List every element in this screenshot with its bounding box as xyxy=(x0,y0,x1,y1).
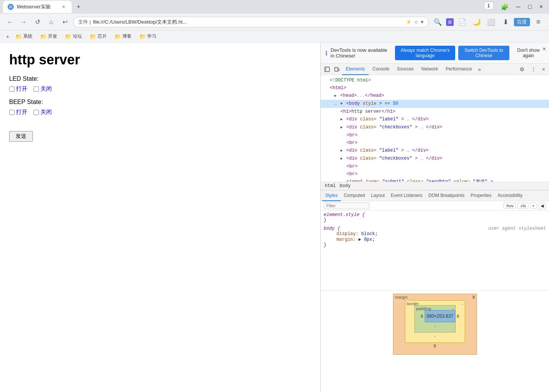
maximize-button[interactable]: □ xyxy=(525,2,535,12)
menu-button[interactable]: ≡ xyxy=(532,16,544,28)
download-button[interactable]: ⬇ xyxy=(499,16,512,28)
dom-br-4[interactable]: <br> xyxy=(321,170,549,178)
led-off-checkbox-label[interactable]: 关闭 xyxy=(34,85,52,93)
svg-rect-3 xyxy=(338,69,339,71)
beep-off-checkbox-label[interactable]: 关闭 xyxy=(34,109,52,116)
styles-tab-accessibility[interactable]: Accessibility xyxy=(494,190,525,201)
margin-label: margin xyxy=(395,295,408,299)
dom-body-selected[interactable]: … ▼ <body style > == $0 xyxy=(321,100,549,108)
tab-elements[interactable]: Elements xyxy=(342,64,369,75)
device-toggle-btn[interactable] xyxy=(332,64,342,75)
back-button[interactable]: ← xyxy=(5,17,15,27)
toggle-sidebar-btn[interactable]: ◀ xyxy=(538,203,546,209)
pdf-button[interactable]: 📄 xyxy=(456,16,468,28)
forward-button[interactable]: → xyxy=(18,17,29,27)
element-style-selector: element.style { xyxy=(324,212,546,218)
devtools-toolbar-right: ⚙ ⋮ × xyxy=(517,64,547,75)
close-button[interactable]: × xyxy=(536,2,546,12)
led-on-checkbox[interactable] xyxy=(9,86,14,92)
led-off-checkbox[interactable] xyxy=(34,86,39,92)
always-match-btn[interactable]: Always match Chrome's language xyxy=(395,46,455,60)
switch-devtools-btn[interactable]: Switch DevTools to Chinese xyxy=(458,46,509,60)
styles-tab-event-listeners[interactable]: Event Listeners xyxy=(388,190,425,201)
bookmark-学习[interactable]: 📁 学习 xyxy=(136,32,159,40)
beep-checkbox-group: 打开 关闭 xyxy=(9,109,311,116)
folder-icon: 📁 xyxy=(15,34,22,40)
bookmark-开发[interactable]: 📁 开发 xyxy=(37,32,60,40)
new-tab-button[interactable]: + xyxy=(73,2,84,12)
history-back-button[interactable]: ↩ xyxy=(59,17,70,27)
dont-show-btn[interactable]: Don't show again xyxy=(512,46,544,60)
reload-button[interactable]: ↺ xyxy=(32,17,43,27)
dom-h1[interactable]: <h1>http server</h1> xyxy=(321,108,549,115)
extensions-btn[interactable]: 🧩 xyxy=(498,2,512,12)
devtools-styles-panel: Styles Computed Layout Event Listeners D… xyxy=(321,190,549,358)
border-bottom-value: - xyxy=(414,333,456,338)
hov-btn[interactable]: :hov xyxy=(503,203,516,209)
tab-network[interactable]: Network xyxy=(417,64,442,75)
search-button[interactable]: 🔍 xyxy=(432,16,444,28)
address-bar: ← → ↺ ⌂ ↩ 文件 | file:///C:/Users/LBW/Desk… xyxy=(0,14,549,30)
led-checkbox-group: 打开 关闭 xyxy=(9,85,311,93)
bookmark-芯片[interactable]: 📁 芯片 xyxy=(87,32,110,40)
more-tabs-btn[interactable]: » xyxy=(476,66,483,72)
svg-rect-0 xyxy=(325,67,329,72)
dom-div-checkboxes-1[interactable]: ▶ <div class= "checkboxes" > … </div> xyxy=(321,123,549,131)
content-box: 580×253.837 xyxy=(425,310,455,322)
dom-html[interactable]: <html> xyxy=(321,84,549,92)
breadcrumb-body[interactable]: body xyxy=(339,183,352,189)
baidu-button[interactable]: 百度 xyxy=(514,18,530,26)
tab-performance[interactable]: Performance xyxy=(442,64,476,75)
home-button[interactable]: ⌂ xyxy=(46,17,56,27)
dom-div-label-1[interactable]: ▶ <div class= "label" > … </div> xyxy=(321,115,549,123)
user-agent-comment: user agent stylesheet xyxy=(488,226,546,231)
send-button[interactable]: 发送 xyxy=(9,131,33,142)
styles-tab-computed[interactable]: Computed xyxy=(341,190,368,201)
close-devtools-btn[interactable]: × xyxy=(540,64,547,75)
beep-on-checkbox-label[interactable]: 打开 xyxy=(9,109,27,116)
folder-icon: 📁 xyxy=(90,34,96,40)
beep-on-checkbox[interactable] xyxy=(9,110,14,115)
banner-text: DevTools is now available in Chinese! xyxy=(331,47,392,59)
inspect-element-btn[interactable] xyxy=(322,64,332,75)
styles-tab-dom-breakpoints[interactable]: DOM Breakpoints xyxy=(425,190,468,201)
info-icon: ℹ xyxy=(325,50,327,57)
dom-input-submit[interactable]: <input type= "submit" class= "sendbtn" v… xyxy=(321,178,549,182)
dom-br-3[interactable]: <br> xyxy=(321,163,549,170)
page-content: http server LED State: 打开 关闭 BEEP State:… xyxy=(0,43,320,392)
tab-sources[interactable]: Sources xyxy=(393,64,417,75)
bookmark-论坛[interactable]: 📁 论坛 xyxy=(62,32,85,40)
url-text: file:///C:/Users/LBW/Desktop/文本文档.ht... xyxy=(93,19,403,26)
bookmark-add-button[interactable]: + xyxy=(5,33,11,40)
dom-head[interactable]: ▶ <head>...</head> xyxy=(321,92,549,100)
darkmode-button[interactable]: 🌙 xyxy=(470,16,483,28)
crop-button[interactable]: ⬜ xyxy=(485,16,497,28)
breadcrumb-html[interactable]: html xyxy=(324,183,337,189)
element-style-rule: element.style { } xyxy=(324,212,546,223)
styles-tab-layout[interactable]: Layout xyxy=(368,190,388,201)
cls-btn[interactable]: .cls xyxy=(517,203,528,209)
more-options-btn[interactable]: ⋮ xyxy=(528,64,538,75)
browser-tab[interactable]: W Webserver实验 × xyxy=(3,1,72,13)
styles-tab-properties[interactable]: Properties xyxy=(468,190,495,201)
bookmark-博客[interactable]: 📁 博客 xyxy=(111,32,135,40)
dom-br-1[interactable]: <br> xyxy=(321,131,549,139)
tab-close-button[interactable]: × xyxy=(60,3,67,10)
beep-off-checkbox[interactable] xyxy=(34,110,39,115)
url-bar[interactable]: 文件 | file:///C:/Users/LBW/Desktop/文本文档.h… xyxy=(73,17,429,27)
dom-doctype[interactable]: <!DOCTYPE html> xyxy=(321,77,549,84)
bookmark-系统[interactable]: 📁 系统 xyxy=(12,32,35,40)
minimize-button[interactable]: ─ xyxy=(513,2,523,12)
dom-div-checkboxes-2[interactable]: ▶ <div class= "checkboxes" > … </div> xyxy=(321,155,549,163)
dom-br-2[interactable]: <br> xyxy=(321,139,549,147)
dom-div-label-2[interactable]: ▶ <div class= "label" > … </div> xyxy=(321,147,549,155)
styles-tab-styles[interactable]: Styles xyxy=(322,190,341,201)
settings-btn[interactable]: ⚙ xyxy=(517,64,527,75)
led-on-checkbox-label[interactable]: 打开 xyxy=(9,85,27,93)
tab-console[interactable]: Console xyxy=(369,64,393,75)
bookmark-label: 博客 xyxy=(122,33,132,40)
dom-tree[interactable]: <!DOCTYPE html> <html> ▶ <head>...</head… xyxy=(321,75,549,182)
styles-filter-input[interactable] xyxy=(324,202,369,209)
banner-close-button[interactable]: × xyxy=(543,46,546,53)
add-style-btn[interactable]: + xyxy=(530,203,537,209)
